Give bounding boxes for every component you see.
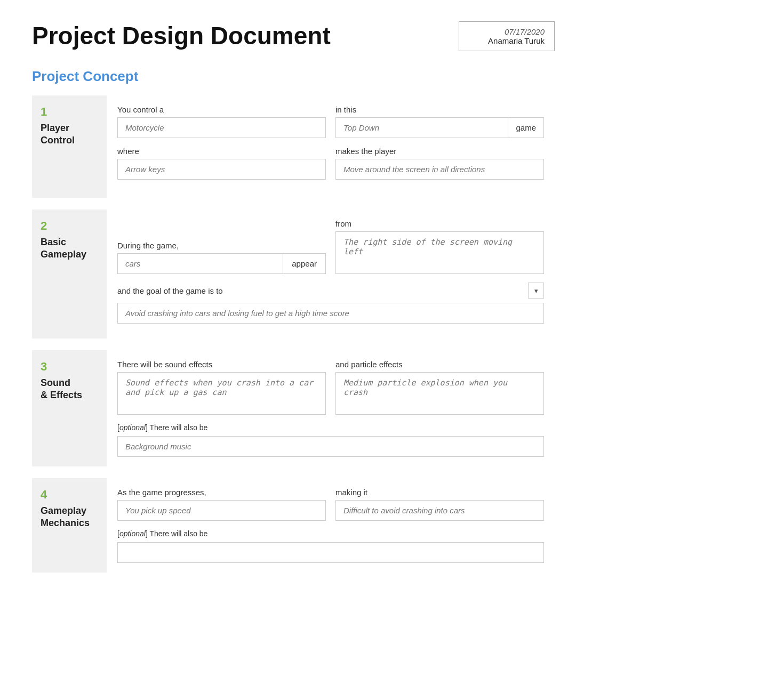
card2-goal-label-row: and the goal of the game is to ▾: [117, 283, 544, 324]
top-down-wrapper: game: [335, 117, 544, 138]
card-number-block-2: 2 BasicGameplay: [32, 209, 107, 339]
page-title: Project Design Document: [32, 21, 331, 50]
card-content-3: There will be sound effects and particle…: [107, 350, 555, 466]
form-group-making-it: making it: [335, 488, 544, 521]
label-progresses: As the game progresses,: [117, 488, 326, 497]
label-optional-sound: [optional] There will also be: [117, 423, 544, 432]
card-label-3: Sound& Effects: [41, 377, 98, 401]
label-control-a: You control a: [117, 105, 326, 114]
card-label-4: GameplayMechanics: [41, 505, 98, 529]
card-content-4: As the game progresses, making it [optio…: [107, 478, 555, 573]
label-goal: and the goal of the game is to: [117, 286, 223, 295]
goal-label-line: and the goal of the game is to ▾: [117, 283, 544, 299]
input-game-objects[interactable]: [117, 253, 283, 274]
form-group-where: where: [117, 147, 326, 180]
card-number-block-1: 1 PlayerControl: [32, 95, 107, 198]
input-game-type[interactable]: [335, 117, 508, 138]
card-number-4: 4: [41, 488, 98, 502]
goal-dropdown-arrow[interactable]: ▾: [528, 283, 544, 299]
input-particle-effects[interactable]: [335, 372, 544, 415]
page-header: Project Design Document 07/17/2020 Anama…: [32, 21, 555, 51]
card-label-2: BasicGameplay: [41, 236, 98, 260]
input-goal[interactable]: [117, 303, 544, 324]
label-optional-mechanics: [optional] There will also be: [117, 529, 544, 538]
card-gameplay-mechanics: 4 GameplayMechanics As the game progress…: [32, 478, 555, 573]
card1-row1: You control a in this game: [117, 105, 544, 138]
header-date: 07/17/2020: [469, 27, 545, 36]
inline-cars-appear: appear: [117, 253, 326, 274]
form-group-game-type: in this game: [335, 105, 544, 138]
input-sound-effects[interactable]: [117, 372, 326, 415]
card1-row2: where makes the player: [117, 147, 544, 180]
card-number-1: 1: [41, 105, 98, 119]
card-content-2: During the game, appear from and the goa…: [107, 209, 555, 339]
form-group-from: from: [335, 219, 544, 274]
card2-row1: During the game, appear from: [117, 219, 544, 274]
input-player-action[interactable]: [335, 159, 544, 180]
appear-badge: appear: [283, 253, 326, 274]
card-content-1: You control a in this game where makes t…: [107, 95, 555, 198]
input-vehicle[interactable]: [117, 117, 326, 138]
label-makes-player: makes the player: [335, 147, 544, 156]
label-sound-effects: There will be sound effects: [117, 360, 326, 369]
header-author: Anamaria Turuk: [469, 36, 545, 45]
input-controls[interactable]: [117, 159, 326, 180]
label-in-this: in this: [335, 105, 544, 114]
label-making-it: making it: [335, 488, 544, 497]
label-from: from: [335, 219, 544, 228]
input-optional-mechanics[interactable]: [117, 542, 544, 563]
card3-row1: There will be sound effects and particle…: [117, 360, 544, 415]
card4-row1: As the game progresses, making it: [117, 488, 544, 521]
game-badge: game: [508, 117, 544, 138]
card-number-block-3: 3 Sound& Effects: [32, 350, 107, 466]
card-number-2: 2: [41, 219, 98, 233]
label-during-game: During the game,: [117, 241, 326, 250]
card4-row2: [optional] There will also be: [117, 529, 544, 563]
header-info-box: 07/17/2020 Anamaria Turuk: [459, 21, 555, 51]
form-group-particle: and particle effects: [335, 360, 544, 415]
input-making-it[interactable]: [335, 500, 544, 521]
card-number-3: 3: [41, 360, 98, 374]
form-group-player-action: makes the player: [335, 147, 544, 180]
label-where: where: [117, 147, 326, 156]
form-group-sound: There will be sound effects: [117, 360, 326, 415]
card3-row2: [optional] There will also be: [117, 423, 544, 457]
form-group-progresses: As the game progresses,: [117, 488, 326, 521]
card-number-block-4: 4 GameplayMechanics: [32, 478, 107, 573]
input-progression[interactable]: [117, 500, 326, 521]
card-sound-effects: 3 Sound& Effects There will be sound eff…: [32, 350, 555, 466]
card-basic-gameplay: 2 BasicGameplay During the game, appear …: [32, 209, 555, 339]
label-particle-effects: and particle effects: [335, 360, 544, 369]
form-group-during: During the game, appear: [117, 241, 326, 274]
card-player-control: 1 PlayerControl You control a in this ga…: [32, 95, 555, 198]
input-optional-sound[interactable]: [117, 436, 544, 457]
section-heading: Project Concept: [32, 68, 555, 85]
card-label-1: PlayerControl: [41, 122, 98, 146]
input-from-direction[interactable]: [335, 231, 544, 274]
form-group-vehicle: You control a: [117, 105, 326, 138]
